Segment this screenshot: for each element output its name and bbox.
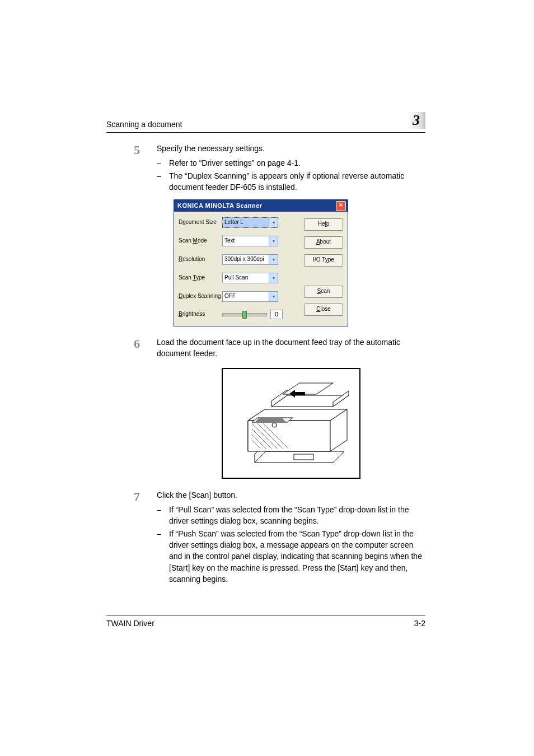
brightness-value[interactable]: 0 <box>270 310 283 319</box>
step6-lead: Load the document face up in the documen… <box>157 337 425 360</box>
label-scan-mode: Scan Mode <box>179 237 222 245</box>
svg-marker-6 <box>248 421 330 451</box>
dialog-titlebar: KONICA MINOLTA Scanner × <box>174 200 348 212</box>
label-document-size: Document Size <box>179 218 222 227</box>
step5-lead: Specify the necessary settings. <box>157 143 425 154</box>
close-icon[interactable]: × <box>336 201 346 211</box>
resolution-select[interactable]: 300dpi x 300dpi ▾ <box>222 254 278 265</box>
step7-bullet-1: If “Pull Scan” was selected from the “Sc… <box>169 504 425 527</box>
chapter-number: 3 <box>407 112 425 129</box>
help-button[interactable]: Help <box>304 218 343 231</box>
step-number-7: 7 <box>106 489 157 586</box>
step5-bullet-1: Refer to “Driver settings” on page 4-1. <box>169 157 425 169</box>
label-resolution: Resolution <box>179 255 222 264</box>
svg-marker-16 <box>283 383 333 394</box>
chevron-down-icon: ▾ <box>269 236 278 246</box>
step7-lead: Click the [Scan] button. <box>157 489 425 501</box>
step-number-6: 6 <box>106 337 157 479</box>
scan-button[interactable]: Scan <box>304 286 343 298</box>
label-brightness: Brightness <box>179 310 222 319</box>
scan-mode-select[interactable]: Text ▾ <box>222 236 278 246</box>
step7-bullet-2: If “Push Scan” was selected from the “Sc… <box>169 528 425 585</box>
label-duplex-scanning: Duplex Scanning <box>179 292 222 301</box>
footer-left: TWAIN Driver <box>106 619 154 628</box>
close-button[interactable]: Close <box>304 304 343 316</box>
dialog-title: KONICA MINOLTA Scanner <box>177 202 263 211</box>
label-scan-type: Scan Type <box>179 274 222 282</box>
chevron-down-icon: ▾ <box>269 292 278 301</box>
about-button[interactable]: About <box>304 236 343 249</box>
brightness-slider[interactable] <box>222 313 267 316</box>
chevron-down-icon: ▾ <box>269 218 278 227</box>
header-section: Scanning a document <box>106 120 182 129</box>
footer-right: 3-2 <box>414 619 425 628</box>
document-size-select[interactable]: Letter L ▾ <box>222 217 278 228</box>
svg-marker-1 <box>255 451 344 463</box>
step-number-5: 5 <box>106 143 157 326</box>
step5-bullet-2: The “Duplex Scanning” is appears only if… <box>169 170 425 193</box>
scan-type-select[interactable]: Pull Scan ▾ <box>222 273 278 283</box>
scanner-dialog: KONICA MINOLTA Scanner × Document Size L… <box>174 199 348 326</box>
chevron-down-icon: ▾ <box>269 273 278 283</box>
duplex-scanning-select[interactable]: OFF ▾ <box>222 291 278 302</box>
io-type-button[interactable]: I/O Type <box>304 254 343 267</box>
scanner-illustration <box>221 367 361 479</box>
slider-thumb[interactable] <box>242 311 247 319</box>
chevron-down-icon: ▾ <box>269 255 278 264</box>
